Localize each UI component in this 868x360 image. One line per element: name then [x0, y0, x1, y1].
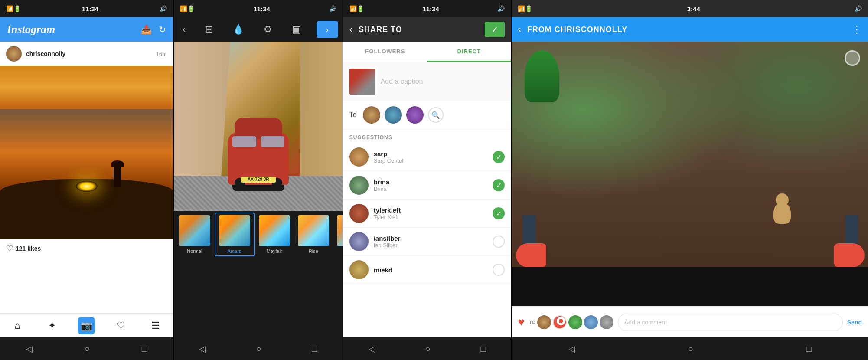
suggestion-row-sarp[interactable]: sarp Sarp Centel ✓ [343, 143, 511, 171]
suggestion-row-tylerkieft[interactable]: tylerkieft Tyler Kieft ✓ [343, 200, 511, 228]
username[interactable]: chrisconnolly [26, 50, 65, 57]
username-iansilber: iansilber [374, 235, 488, 242]
nav-profile[interactable]: ☰ [147, 317, 164, 334]
from-back-button[interactable]: ‹ [518, 24, 521, 35]
caption-input[interactable]: Add a caption [381, 78, 423, 85]
screen-instagram-feed: 📶🔋 11:34 🔊 Instagram 📥 ↻ chrisconnolly 1… [0, 0, 173, 360]
filter-amaro-thumb [219, 215, 250, 246]
suggestion-row-miekd[interactable]: miekd [343, 256, 511, 284]
comment-bar: ♥ TO Add a comment Send [512, 306, 868, 337]
fullname-sarp: Sarp Centel [374, 157, 488, 164]
filter-hudson-thumb [337, 215, 343, 246]
suggestions-label: SUGGESTIONS [343, 129, 511, 143]
tab-direct[interactable]: DIRECT [427, 42, 511, 62]
heart-icon[interactable]: ♡ [6, 244, 13, 253]
recipient-avatar-3[interactable] [406, 106, 424, 124]
right-shoe [834, 243, 865, 267]
android-home-4[interactable]: ○ [688, 344, 693, 354]
refresh-icon[interactable]: ↻ [159, 24, 166, 35]
fullname-iansilber: Ian Silber [374, 242, 488, 249]
android-recent-3[interactable]: □ [480, 344, 486, 354]
uncheck-iansilber[interactable] [493, 236, 505, 248]
screen-share-to: 📶🔋 11:34 🔊 ‹ SHARE TO ✓ FOLLOWERS DIRECT… [343, 0, 511, 360]
android-recent-4[interactable]: □ [806, 344, 812, 354]
suggestion-row-brina[interactable]: brina Brina ✓ [343, 171, 511, 200]
status-icons-right: 🔊 [160, 5, 167, 12]
filter-amaro[interactable]: Amaro [215, 213, 255, 256]
nav-camera[interactable]: 📷 [78, 317, 95, 334]
user-avatar-sarp [349, 147, 369, 167]
header-icons: 📥 ↻ [141, 24, 166, 35]
check-tylerkieft[interactable]: ✓ [493, 207, 505, 219]
android-back-3[interactable]: ◁ [369, 344, 375, 354]
share-title: SHARE TO [359, 25, 479, 34]
filter-rise[interactable]: Rise [294, 213, 333, 255]
check-icon: ✓ [491, 24, 499, 35]
screen-from-chrisconnolly: 📶🔋 3:44 🔊 ‹ FROM CHRISCONNOLLY ⋮ ♥ TO [512, 0, 868, 360]
fullname-brina: Brina [374, 186, 488, 192]
send-button[interactable]: Send [847, 319, 862, 326]
drop-tool[interactable]: 💧 [228, 24, 248, 35]
share-back-button[interactable]: ‹ [349, 24, 352, 35]
filter-normal-label: Normal [187, 249, 202, 254]
uncheck-miekd[interactable] [493, 264, 505, 276]
nav-sparkle[interactable]: ✦ [43, 317, 61, 334]
suggestion-row-iansilber[interactable]: iansilber Ian Silber [343, 228, 511, 256]
android-home-3[interactable]: ○ [425, 344, 430, 354]
to-avatar-2 [553, 315, 567, 329]
recipient-avatar-1[interactable] [363, 106, 380, 124]
frame-tool[interactable]: ▣ [288, 24, 306, 35]
android-back-4[interactable]: ◁ [568, 344, 575, 354]
photo-background [512, 42, 868, 267]
filter-mayfair[interactable]: Mayfair [255, 213, 294, 255]
check-sarp[interactable]: ✓ [493, 151, 505, 163]
instagram-header: Instagram 📥 ↻ [0, 17, 173, 42]
android-back[interactable]: ◁ [26, 344, 33, 354]
like-icon[interactable]: ♥ [518, 315, 524, 329]
android-home[interactable]: ○ [85, 344, 90, 354]
android-nav-4: ◁ ○ □ [512, 337, 868, 360]
fullname-tylerkieft: Tyler Kieft [374, 214, 488, 220]
likes-row: ♡ 121 likes [0, 239, 173, 258]
share-confirm-button[interactable]: ✓ [485, 22, 505, 37]
android-recent-2[interactable]: □ [312, 344, 317, 354]
likes-count: 121 likes [16, 245, 41, 252]
overflow-menu-button[interactable]: ⋮ [852, 23, 862, 36]
post-thumbnail [349, 69, 375, 95]
comment-input[interactable]: Add a comment [618, 314, 843, 331]
to-avatar-5 [600, 315, 613, 329]
search-recipient-button[interactable]: 🔍 [428, 107, 444, 123]
status-bar-3: 📶🔋 11:34 🔊 [343, 0, 511, 17]
user-avatar-tylerkieft [349, 204, 369, 223]
android-back-2[interactable]: ◁ [199, 344, 206, 354]
filter-mayfair-label: Mayfair [267, 249, 282, 254]
to-avatar-3 [568, 315, 582, 329]
filter-normal[interactable]: Normal [176, 213, 214, 255]
status-icons-4-right: 🔊 [855, 5, 862, 12]
adjust-tool[interactable]: ⚙ [259, 24, 277, 35]
to-avatars-row: TO [529, 315, 613, 329]
photo-sunset-bg [0, 66, 173, 239]
red-car: AX-729 JR [228, 133, 289, 185]
android-home-2[interactable]: ○ [256, 344, 261, 354]
filter-hudson[interactable]: Hudson [333, 213, 343, 255]
inbox-icon[interactable]: 📥 [141, 24, 152, 35]
android-recent[interactable]: □ [142, 344, 147, 354]
next-button[interactable]: › [317, 21, 338, 38]
instagram-logo: Instagram [7, 23, 55, 36]
username-tylerkieft: tylerkieft [374, 206, 488, 214]
back-arrow[interactable]: ‹ [178, 24, 190, 35]
to-row: To 🔍 [343, 101, 511, 129]
check-brina[interactable]: ✓ [493, 179, 505, 191]
avatar[interactable] [6, 46, 22, 62]
user-info-sarp: sarp Sarp Centel [374, 150, 488, 164]
nav-home[interactable]: ⌂ [9, 317, 26, 334]
nav-heart[interactable]: ♡ [112, 317, 130, 334]
status-icons-left: 📶🔋 [6, 5, 21, 12]
filter-normal-thumb [179, 215, 210, 246]
crop-tool[interactable]: ⊞ [201, 24, 217, 35]
tab-followers[interactable]: FOLLOWERS [343, 42, 427, 62]
left-shoe [516, 243, 546, 267]
user-info: chrisconnolly [6, 46, 65, 62]
recipient-avatar-2[interactable] [385, 106, 402, 124]
